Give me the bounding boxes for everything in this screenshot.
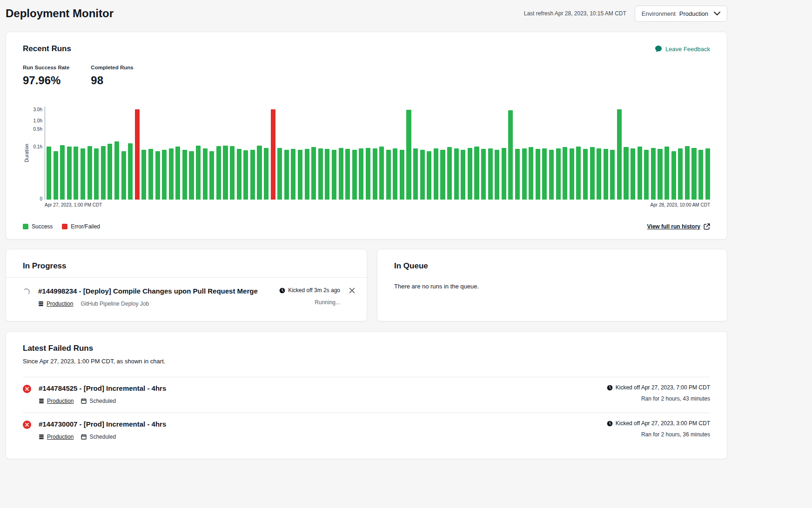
run-bar-success[interactable] xyxy=(305,149,309,200)
run-bar-success[interactable] xyxy=(373,148,377,200)
run-bar-success[interactable] xyxy=(542,148,547,200)
run-bar-success[interactable] xyxy=(468,148,472,200)
run-bar-success[interactable] xyxy=(318,148,323,200)
run-bar-success[interactable] xyxy=(87,146,92,200)
run-bar-success[interactable] xyxy=(515,149,520,200)
run-bar-error[interactable] xyxy=(271,109,275,200)
run-bar-success[interactable] xyxy=(502,148,506,200)
view-run-history-link[interactable]: View full run history xyxy=(647,223,710,230)
run-bar-success[interactable] xyxy=(169,148,174,200)
run-bar-success[interactable] xyxy=(74,147,78,200)
run-bar-success[interactable] xyxy=(298,150,302,200)
run-bar-success[interactable] xyxy=(590,147,595,200)
run-bar-success[interactable] xyxy=(148,149,153,200)
run-bar-success[interactable] xyxy=(651,148,656,200)
environment-link[interactable]: Production xyxy=(47,398,74,404)
run-bar-success[interactable] xyxy=(141,150,146,200)
run-bar-success[interactable] xyxy=(522,148,527,200)
run-bar-success[interactable] xyxy=(474,147,479,200)
run-bar-success[interactable] xyxy=(604,149,608,200)
run-bar-success[interactable] xyxy=(107,144,112,200)
run-bar-success[interactable] xyxy=(406,110,411,200)
run-bar-success[interactable] xyxy=(203,148,208,200)
run-bar-success[interactable] xyxy=(257,146,262,200)
run-bar-success[interactable] xyxy=(481,149,486,200)
run-bar-success[interactable] xyxy=(678,148,683,200)
run-bar-success[interactable] xyxy=(447,147,452,200)
run-bar-success[interactable] xyxy=(189,151,194,200)
run-bar-success[interactable] xyxy=(155,151,160,200)
run-bar-success[interactable] xyxy=(610,150,615,200)
run-bar-success[interactable] xyxy=(386,150,391,200)
run-bar-success[interactable] xyxy=(291,149,295,200)
run-bar-success[interactable] xyxy=(631,148,635,200)
run-bar-success[interactable] xyxy=(454,148,459,200)
run-bar-success[interactable] xyxy=(420,150,425,200)
run-bar-success[interactable] xyxy=(549,150,554,200)
run-bar-success[interactable] xyxy=(284,150,289,200)
run-bar-success[interactable] xyxy=(128,143,133,200)
leave-feedback-link[interactable]: Leave Feedback xyxy=(655,45,710,53)
run-bar-success[interactable] xyxy=(332,150,336,200)
run-bar-success[interactable] xyxy=(94,148,99,200)
run-bar-success[interactable] xyxy=(121,151,126,200)
run-bar-success[interactable] xyxy=(101,146,106,200)
run-bar-success[interactable] xyxy=(624,147,628,200)
run-bar-success[interactable] xyxy=(311,147,316,200)
run-bar-success[interactable] xyxy=(658,149,662,200)
run-bar-success[interactable] xyxy=(114,141,119,200)
run-bar-success[interactable] xyxy=(47,147,51,200)
run-bar-success[interactable] xyxy=(339,148,343,200)
run-bar-success[interactable] xyxy=(638,147,642,200)
run-bar-success[interactable] xyxy=(427,151,431,200)
run-bar-success[interactable] xyxy=(617,109,622,200)
environment-link[interactable]: Production xyxy=(47,301,73,307)
run-bar-success[interactable] xyxy=(359,148,363,200)
run-bar-success[interactable] xyxy=(644,150,649,200)
run-bar-success[interactable] xyxy=(162,150,167,200)
run-bar-success[interactable] xyxy=(685,146,690,200)
run-bar-success[interactable] xyxy=(393,148,397,200)
run-bar-success[interactable] xyxy=(54,151,58,200)
run-bar-success[interactable] xyxy=(563,147,567,200)
run-bar-success[interactable] xyxy=(209,151,214,200)
cancel-run-button[interactable] xyxy=(348,286,356,296)
run-bar-success[interactable] xyxy=(264,148,268,200)
run-bar-success[interactable] xyxy=(60,145,65,200)
run-bar-success[interactable] xyxy=(495,150,499,200)
run-bar-success[interactable] xyxy=(440,150,445,200)
run-bar-success[interactable] xyxy=(597,148,601,200)
run-bar-success[interactable] xyxy=(536,149,540,200)
run-bar-success[interactable] xyxy=(400,150,404,200)
run-bar-success[interactable] xyxy=(570,148,574,200)
run-bar-success[interactable] xyxy=(67,147,72,200)
run-bar-success[interactable] xyxy=(366,148,370,200)
run-bar-success[interactable] xyxy=(434,148,438,200)
run-bar-success[interactable] xyxy=(81,148,85,200)
run-bar-success[interactable] xyxy=(698,150,703,200)
run-bar-success[interactable] xyxy=(508,110,513,200)
run-bar-success[interactable] xyxy=(345,149,350,200)
run-bar-success[interactable] xyxy=(664,147,669,200)
run-bar-success[interactable] xyxy=(325,149,329,200)
run-bar-success[interactable] xyxy=(488,148,493,200)
environment-link[interactable]: Production xyxy=(47,434,74,440)
run-bar-success[interactable] xyxy=(583,149,588,200)
run-bar-success[interactable] xyxy=(230,146,235,200)
run-bar-success[interactable] xyxy=(413,148,418,200)
run-bar-success[interactable] xyxy=(671,151,676,200)
run-bar-success[interactable] xyxy=(379,147,384,200)
run-bar-error[interactable] xyxy=(135,109,140,200)
run-bar-success[interactable] xyxy=(352,150,357,200)
run-bar-success[interactable] xyxy=(182,150,187,200)
run-bar-success[interactable] xyxy=(250,150,255,200)
run-bar-success[interactable] xyxy=(705,148,710,200)
run-bar-success[interactable] xyxy=(175,147,180,200)
run-bar-success[interactable] xyxy=(223,146,228,200)
run-bar-success[interactable] xyxy=(196,146,201,200)
run-bar-success[interactable] xyxy=(461,150,465,200)
run-bar-success[interactable] xyxy=(556,148,561,200)
run-bar-success[interactable] xyxy=(277,148,282,200)
run-bar-success[interactable] xyxy=(216,146,221,200)
run-bar-success[interactable] xyxy=(237,149,242,200)
